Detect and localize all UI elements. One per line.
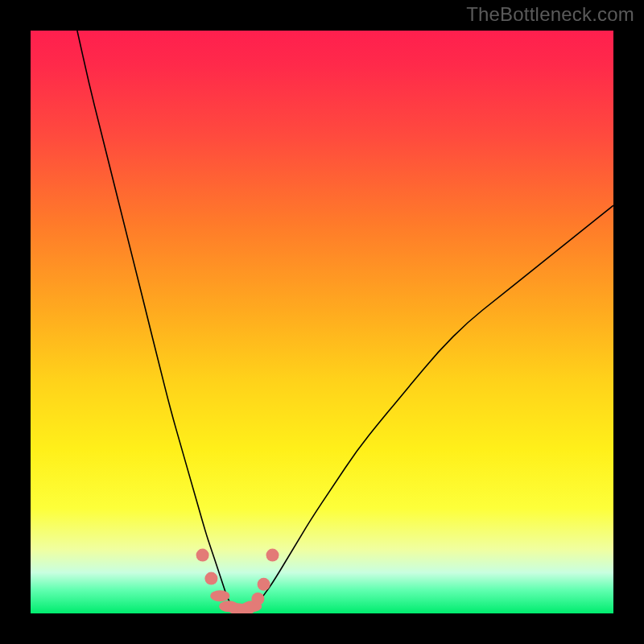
watermark-text: TheBottleneck.com — [466, 3, 634, 26]
chart-frame: TheBottleneck.com — [0, 0, 644, 644]
background-gradient — [31, 31, 613, 613]
plot-area — [31, 31, 613, 613]
